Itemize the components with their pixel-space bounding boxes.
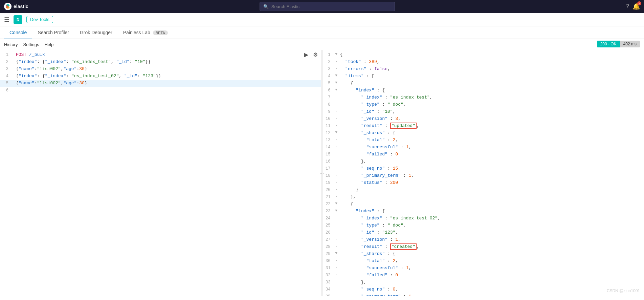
result-line-33: 33 - }, [322, 279, 644, 286]
search-bar[interactable]: 🔍 Search Elastic [260, 2, 395, 11]
notification-icon[interactable]: 🔔 2 [632, 3, 640, 10]
result-line-34: 34 - "_seq_no" : 0, [322, 286, 644, 293]
search-bar-container: 🔍 Search Elastic [32, 2, 622, 11]
hamburger-menu[interactable]: ☰ [4, 16, 9, 23]
svg-point-3 [6, 5, 8, 8]
result-line-14: 14 - "successful" : 1, [322, 144, 644, 151]
user-avatar[interactable]: D [14, 15, 22, 24]
result-line-29: 29 ▼ "_shards" : { [322, 251, 644, 258]
result-line-21: 21 - }, [322, 194, 644, 201]
run-button[interactable]: ▶ [303, 51, 310, 59]
result-line-32: 32 - "failed" : 0 [322, 272, 644, 279]
result-line-19: 19 - "status" : 200 [322, 179, 644, 187]
status-ok-badge: 200 - OK [597, 41, 620, 47]
tab-grok-debugger[interactable]: Grok Debugger [74, 26, 118, 39]
result-line-27: 27 - "_version" : 1, [322, 236, 644, 243]
result-line-7: 7 - "_index" : "es_index_test", [322, 94, 644, 101]
result-line-30: 30 - "total" : 2, [322, 258, 644, 265]
result-line-20: 20 - } [322, 187, 644, 194]
tab-search-profiler[interactable]: Search Profiler [32, 26, 74, 39]
devtools-badge[interactable]: Dev Tools [26, 16, 53, 23]
notification-badge: 2 [637, 1, 641, 5]
result-line-28: 28 - "result" : "created", [322, 243, 644, 251]
search-icon: 🔍 [263, 4, 269, 9]
result-line-16: 16 - }, [322, 158, 644, 165]
editor-toolbar: ▶ ⚙ [303, 51, 319, 59]
result-line-25: 25 - "_type" : "_doc", [322, 222, 644, 229]
code-line-5: 5 {"name":"lisi002","age":30} [0, 80, 322, 87]
result-line-6: 6 ▼ "index" : { [322, 87, 644, 94]
result-line-4: 4 ▼ "items" : [ [322, 73, 644, 80]
tab-console[interactable]: Console [4, 26, 32, 39]
result-line-13: 13 - "total" : 2, [322, 137, 644, 144]
result-line-31: 31 - "successful" : 1, [322, 265, 644, 272]
code-line-2: 2 {"index": {"_index": "es_index_test", … [0, 59, 322, 66]
result-line-24: 24 - "_index" : "es_index_test_02", [322, 215, 644, 222]
left-code-editor[interactable]: 1 POST /_bulk 2 {"index": {"_index": "es… [0, 50, 322, 296]
result-line-11: 11 - "result" : "updated", [322, 123, 644, 130]
top-bar-icons: ? 🔔 2 [626, 3, 640, 10]
result-line-10: 10 - "_version" : 3, [322, 115, 644, 123]
result-line-35: 35 - "_primary_term" : 1, [322, 293, 644, 296]
result-line-12: 12 ▼ "_shards" : { [322, 130, 644, 137]
right-panel: 1 ▼ { 2 - "took" : 389, 3 - "errors" : f… [322, 50, 644, 296]
beta-badge: BETA [153, 30, 168, 35]
result-line-9: 9 - "_id" : "10", [322, 108, 644, 115]
panel-divider[interactable]: ⋮ [321, 50, 323, 296]
result-line-1: 1 ▼ { [322, 51, 644, 59]
subnav-settings[interactable]: Settings [23, 42, 39, 47]
help-icon[interactable]: ? [626, 3, 629, 9]
settings-button[interactable]: ⚙ [312, 51, 319, 59]
code-line-4: 4 {"index": {"_index": "es_index_test_02… [0, 73, 322, 80]
code-line-1: 1 POST /_bulk [0, 51, 322, 59]
result-line-3: 3 - "errors" : false, [322, 66, 644, 73]
subnav-history[interactable]: History [4, 42, 18, 47]
sub-nav: History Settings Help 200 - OK 402 ms [0, 39, 644, 50]
tab-painless-lab[interactable]: Painless Lab BETA [118, 26, 173, 39]
code-line-6: 6 [0, 87, 322, 94]
watermark: CSDN @zjun1001 [607, 288, 640, 293]
result-line-18: 18 - "_primary_term" : 1, [322, 172, 644, 179]
left-panel: ▶ ⚙ 1 POST /_bulk 2 {"index": {"_index":… [0, 50, 322, 296]
result-line-22: 22 ▼ { [322, 201, 644, 208]
right-code-editor: 1 ▼ { 2 - "took" : 389, 3 - "errors" : f… [322, 50, 644, 296]
subnav-help[interactable]: Help [44, 42, 53, 47]
status-ms-badge: 402 ms [620, 41, 640, 47]
result-line-8: 8 - "_type" : "_doc", [322, 101, 644, 108]
result-line-17: 17 - "_seq_no" : 15, [322, 165, 644, 172]
logo-text: elastic [14, 4, 28, 9]
second-bar: ☰ D Dev Tools [0, 13, 644, 26]
top-bar: elastic 🔍 Search Elastic ? 🔔 2 [0, 0, 644, 13]
elastic-logo[interactable]: elastic [4, 3, 28, 10]
status-badges: 200 - OK 402 ms [597, 41, 640, 47]
tabs-bar: Console Search Profiler Grok Debugger Pa… [0, 26, 644, 39]
search-placeholder: Search Elastic [271, 4, 299, 9]
result-line-23: 23 ▼ "index" : { [322, 208, 644, 215]
editor-area: ▶ ⚙ 1 POST /_bulk 2 {"index": {"_index":… [0, 50, 644, 296]
result-line-5: 5 ▼ { [322, 80, 644, 87]
result-line-2: 2 - "took" : 389, [322, 59, 644, 66]
result-line-15: 15 - "failed" : 0 [322, 151, 644, 158]
result-line-26: 26 - "_id" : "123", [322, 229, 644, 236]
code-line-3: 3 {"name":"lisi002","age":30} [0, 66, 322, 73]
